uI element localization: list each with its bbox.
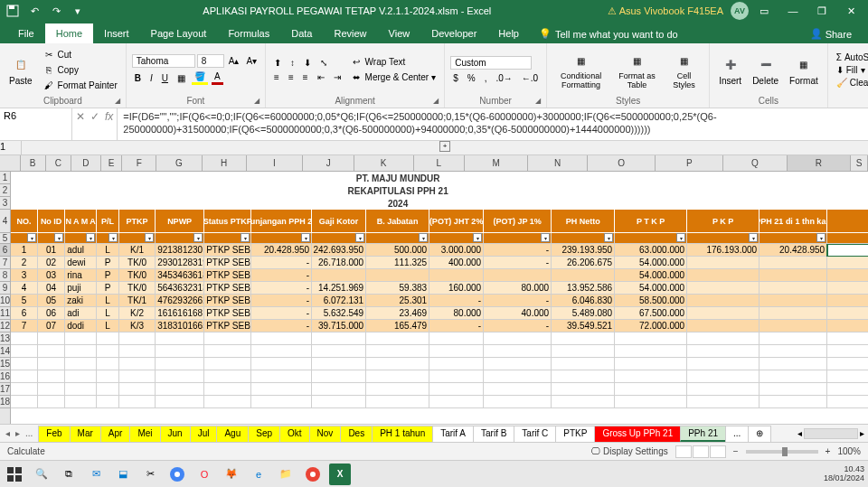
data-cell[interactable] — [687, 307, 760, 320]
name-box-input[interactable] — [4, 110, 68, 121]
data-cell[interactable]: 3.000.000 — [429, 244, 484, 257]
title-cell[interactable] — [615, 184, 687, 197]
empty-cell[interactable] — [552, 370, 615, 383]
data-cell[interactable]: dodi — [65, 320, 97, 332]
table-header-cell[interactable]: Status PTKP — [204, 210, 251, 233]
data-cell[interactable]: 564363231319 — [156, 282, 204, 295]
empty-cell[interactable] — [827, 396, 868, 408]
data-cell[interactable] — [687, 282, 760, 295]
title-cell[interactable] — [97, 197, 119, 210]
empty-cell[interactable] — [429, 332, 484, 345]
title-cell[interactable] — [484, 197, 552, 210]
empty-cell[interactable] — [366, 358, 429, 370]
sheet-tab-sep[interactable]: Sep — [248, 426, 280, 442]
close-button[interactable]: ✕ — [837, 0, 864, 22]
data-cell[interactable]: 01 — [38, 244, 65, 257]
data-cell[interactable]: 293012831932 — [156, 257, 204, 269]
data-cell[interactable]: 161616168115 — [156, 307, 204, 320]
empty-cell[interactable] — [11, 345, 38, 358]
empty-cell[interactable] — [97, 345, 119, 358]
data-cell[interactable] — [827, 257, 868, 269]
hscroll-track[interactable] — [804, 428, 858, 439]
empty-cell[interactable] — [687, 345, 760, 358]
sheet-tab-mar[interactable]: Mar — [70, 426, 101, 442]
data-cell[interactable]: 13.952.586 — [552, 282, 615, 295]
table-header-cell[interactable]: PTKP — [119, 210, 156, 233]
filter-cell[interactable]: ▾ — [119, 233, 156, 244]
title-cell[interactable] — [251, 172, 312, 184]
ribbon-options-icon[interactable]: ▭ — [750, 0, 778, 22]
table-header-cell[interactable]: Gaji Kotor — [312, 210, 366, 233]
tab-review[interactable]: Review — [323, 23, 377, 43]
table-header-cell[interactable]: NO. — [11, 210, 38, 233]
row-header[interactable]: 12 — [0, 320, 10, 332]
table-header-cell[interactable]: B. Jabatan — [366, 210, 429, 233]
data-cell[interactable]: PTKP SEBAGIAN — [204, 244, 251, 257]
view-normal-icon[interactable] — [675, 445, 692, 458]
empty-cell[interactable] — [251, 370, 312, 383]
data-cell[interactable]: rina — [65, 269, 97, 282]
empty-cell[interactable] — [429, 370, 484, 383]
data-cell[interactable]: TK/0 — [119, 257, 156, 269]
empty-cell[interactable] — [484, 332, 552, 345]
row-header[interactable]: 11 — [0, 307, 10, 320]
font-dialog-launcher[interactable]: ◢ — [254, 97, 263, 106]
filter-cell[interactable]: ▾ — [65, 233, 97, 244]
data-cell[interactable]: 54.000.000 — [615, 257, 687, 269]
col-header[interactable]: H — [203, 155, 247, 171]
empty-cell[interactable] — [366, 383, 429, 396]
data-cell[interactable]: PTKP SEBAGIAN — [204, 269, 251, 282]
empty-cell[interactable] — [65, 383, 97, 396]
bold-button[interactable]: B — [132, 70, 144, 85]
title-cell[interactable] — [484, 184, 552, 197]
data-cell[interactable]: K/1 — [119, 244, 156, 257]
empty-cell[interactable] — [119, 396, 156, 408]
data-cell[interactable]: K/2 — [119, 307, 156, 320]
snip-icon[interactable]: ✂ — [139, 464, 161, 485]
data-cell[interactable]: - — [429, 295, 484, 307]
row-header[interactable]: 8 — [0, 269, 10, 282]
filter-cell[interactable]: ▾ — [760, 233, 827, 244]
data-cell[interactable]: 176.193.000 — [687, 244, 760, 257]
sheet-tab-agu[interactable]: Agu — [216, 426, 249, 442]
title-cell[interactable] — [11, 172, 38, 184]
sheet-tab-tarif-b[interactable]: Tarif B — [473, 426, 514, 442]
empty-cell[interactable] — [312, 370, 366, 383]
align-right-icon[interactable]: ≡ — [300, 71, 311, 83]
empty-cell[interactable] — [429, 358, 484, 370]
title-cell[interactable] — [484, 172, 552, 184]
title-cell[interactable] — [552, 184, 615, 197]
data-cell[interactable]: 14.251.969 — [312, 282, 366, 295]
empty-cell[interactable] — [11, 358, 38, 370]
title-cell[interactable] — [687, 197, 760, 210]
data-cell[interactable]: - — [251, 295, 312, 307]
empty-cell[interactable] — [97, 332, 119, 345]
task-view-icon[interactable]: ⧉ — [58, 464, 80, 485]
empty-cell[interactable] — [366, 332, 429, 345]
data-cell[interactable]: - — [251, 307, 312, 320]
fx-icon[interactable]: fx — [105, 110, 113, 123]
empty-cell[interactable] — [484, 358, 552, 370]
data-cell[interactable]: 4 — [11, 282, 38, 295]
data-cell[interactable]: 6.072.131 — [312, 295, 366, 307]
sheet-tab-nov[interactable]: Nov — [309, 426, 342, 442]
data-cell[interactable]: 2 — [11, 257, 38, 269]
data-cell[interactable]: - — [484, 257, 552, 269]
filter-dropdown-icon[interactable]: ▾ — [193, 233, 203, 242]
empty-cell[interactable] — [687, 332, 760, 345]
data-cell[interactable]: P — [97, 269, 119, 282]
start-button[interactable] — [4, 464, 25, 485]
empty-cell[interactable] — [760, 396, 827, 408]
data-cell[interactable]: L — [97, 307, 119, 320]
data-cell[interactable]: - — [251, 320, 312, 332]
data-cell[interactable] — [827, 295, 868, 307]
sheet-tab-tarif-c[interactable]: Tarif C — [514, 426, 556, 442]
empty-cell[interactable] — [615, 396, 687, 408]
empty-cell[interactable] — [366, 370, 429, 383]
sheet-tab-apr[interactable]: Apr — [100, 426, 131, 442]
number-format-select[interactable] — [450, 56, 532, 70]
table-header-cell[interactable]: Tunjangan PPH 21 — [251, 210, 312, 233]
filter-dropdown-icon[interactable]: ▾ — [473, 233, 482, 242]
data-cell[interactable] — [760, 257, 827, 269]
data-cell[interactable] — [760, 269, 827, 282]
